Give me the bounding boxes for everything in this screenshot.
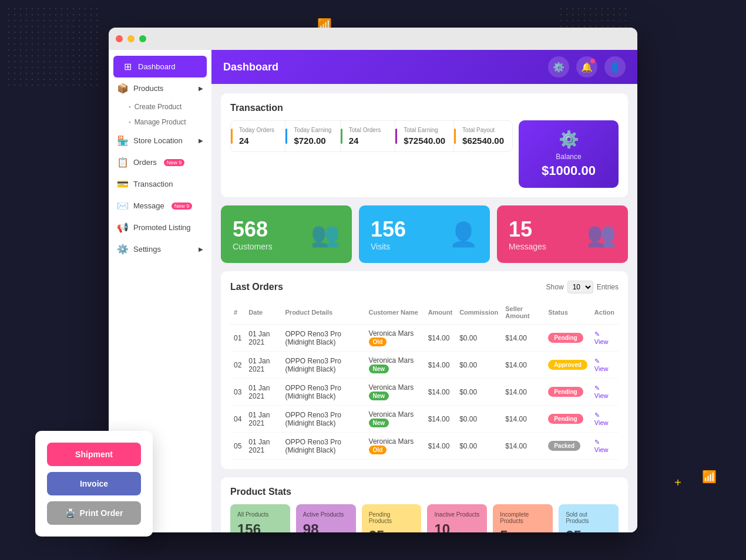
visits-info: 156 Visits xyxy=(371,217,406,251)
deco-waveform-bottom: 📶 xyxy=(702,470,717,484)
sidebar-label-store-location: Store Location xyxy=(133,136,183,145)
manage-product-label: Manage Product xyxy=(135,118,186,126)
print-order-button[interactable]: 🖨️ Print Order xyxy=(47,501,141,525)
store-location-icon: 🏪 xyxy=(117,135,129,146)
notifications-button[interactable]: 🔔 xyxy=(576,56,597,77)
col-status: Status xyxy=(545,301,591,325)
cell-seller-amount: $14.00 xyxy=(502,406,545,433)
cell-amount: $14.00 xyxy=(425,352,456,379)
cell-action[interactable]: ✎ View xyxy=(591,352,619,379)
cell-status: Packed xyxy=(545,433,591,460)
product-stat-card: All Products 156 xyxy=(230,504,290,532)
messages-card: 15 Messages 👥 xyxy=(497,205,628,263)
status-badge: Pending xyxy=(548,414,583,424)
summary-cards-row: 568 Customers 👥 156 Visits 👤 xyxy=(221,205,628,263)
cell-date: 01 Jan 2021 xyxy=(245,379,281,406)
orders-badge: New 9 xyxy=(164,159,185,166)
balance-label: Balance xyxy=(556,153,581,161)
table-row: 05 01 Jan 2021 OPPO Reno3 Pro (Midnight … xyxy=(230,433,619,460)
col-commission: Commission xyxy=(456,301,502,325)
cell-status: Pending xyxy=(545,325,591,352)
product-stats-grid: All Products 156 Active Products 98 Pend… xyxy=(230,504,619,532)
sidebar-label-message: Message xyxy=(133,201,164,210)
sidebar-item-dashboard[interactable]: ⊞ Dashboard xyxy=(113,56,207,77)
col-amount: Amount xyxy=(425,301,456,325)
maximize-button[interactable] xyxy=(139,35,146,42)
view-link[interactable]: ✎ View xyxy=(594,384,615,399)
sidebar-item-manage-product[interactable]: Manage Product xyxy=(109,114,211,130)
cell-date: 01 Jan 2021 xyxy=(245,325,281,352)
cell-num: 04 xyxy=(230,406,245,433)
sidebar-label-transaction: Transaction xyxy=(133,180,173,188)
invoice-button[interactable]: Invoice xyxy=(47,472,141,495)
deco-plus-2: + xyxy=(674,476,681,490)
cell-action[interactable]: ✎ View xyxy=(591,433,619,460)
minimize-button[interactable] xyxy=(127,35,135,42)
customer-badge: New xyxy=(369,392,389,400)
product-stats-section: Product Stats All Products 156 Active Pr… xyxy=(221,477,628,532)
orders-title: Last Orders xyxy=(230,282,546,292)
browser-content: ⊞ Dashboard 📦 Products ▶ Create Product … xyxy=(109,50,637,532)
status-badge: Pending xyxy=(548,387,583,397)
settings-topbar-button[interactable]: ⚙️ xyxy=(548,56,569,77)
prod-stat-label: All Products xyxy=(237,511,283,518)
show-entries: Show 10 25 50 Entries xyxy=(546,281,619,294)
balance-value: $1000.00 xyxy=(542,163,596,178)
col-seller-amount: Seller Amount xyxy=(502,301,545,325)
prod-stat-num: 156 xyxy=(237,521,283,532)
sidebar-item-store-location[interactable]: 🏪 Store Location ▶ xyxy=(109,130,211,151)
shipment-button[interactable]: Shipment xyxy=(47,443,141,466)
cell-customer: Veronica Mars New xyxy=(365,352,425,379)
view-link[interactable]: ✎ View xyxy=(594,357,615,372)
orders-tbody: 01 01 Jan 2021 OPPO Reno3 Pro (Midnight … xyxy=(230,325,619,460)
view-link[interactable]: ✎ View xyxy=(594,438,615,453)
cell-customer: Veronica Mars New xyxy=(365,379,425,406)
balance-card: ⚙️ Balance $1000.00 xyxy=(519,120,619,188)
sidebar-item-settings[interactable]: ⚙️ Settings ▶ xyxy=(109,238,211,260)
cell-action[interactable]: ✎ View xyxy=(591,379,619,406)
message-icon: ✉️ xyxy=(117,200,129,211)
cell-date: 01 Jan 2021 xyxy=(245,406,281,433)
prod-stat-num: 25 xyxy=(369,528,415,532)
transaction-stats-container: Today Orders 24 Today Earning $720.00 To… xyxy=(230,120,513,188)
settings-arrow: ▶ xyxy=(199,246,203,252)
customer-badge: New xyxy=(369,365,389,373)
cell-action[interactable]: ✎ View xyxy=(591,406,619,433)
stat-today-orders-value: 24 xyxy=(239,136,277,146)
message-badge: New 9 xyxy=(172,203,193,210)
stat-total-orders-label: Total Orders xyxy=(349,127,387,133)
cell-action[interactable]: ✎ View xyxy=(591,325,619,352)
view-link[interactable]: ✎ View xyxy=(594,411,615,426)
table-row: 04 01 Jan 2021 OPPO Reno3 Pro (Midnight … xyxy=(230,406,619,433)
sidebar-item-transaction[interactable]: 💳 Transaction xyxy=(109,173,211,195)
cell-status: Pending xyxy=(545,406,591,433)
stat-total-payout-value: $62540.00 xyxy=(462,136,504,146)
prod-stat-num: 25 xyxy=(566,528,611,532)
prod-stat-label: Pending Products xyxy=(369,511,415,524)
transaction-title: Transaction xyxy=(230,103,619,113)
promoted-listing-icon: 📢 xyxy=(117,222,129,233)
profile-button[interactable]: 👤 xyxy=(604,56,626,77)
prod-stat-num: 98 xyxy=(303,521,349,532)
cell-commission: $0.00 xyxy=(456,406,502,433)
view-link[interactable]: ✎ View xyxy=(594,330,615,345)
messages-icon: 👥 xyxy=(587,221,616,248)
last-orders-section: Last Orders Show 10 25 50 Entries xyxy=(221,271,628,469)
cell-amount: $14.00 xyxy=(425,433,456,460)
cell-amount: $14.00 xyxy=(425,379,456,406)
transaction-row: Today Orders 24 Today Earning $720.00 To… xyxy=(230,120,619,188)
orders-header: Last Orders Show 10 25 50 Entries xyxy=(230,281,619,294)
sidebar-item-create-product[interactable]: Create Product xyxy=(109,99,211,114)
sidebar-item-products[interactable]: 📦 Products ▶ xyxy=(109,77,211,99)
stat-today-earning: Today Earning $720.00 xyxy=(285,121,340,151)
cell-amount: $14.00 xyxy=(425,406,456,433)
entries-select[interactable]: 10 25 50 xyxy=(567,281,593,294)
customer-badge: Old xyxy=(369,446,387,454)
close-button[interactable] xyxy=(116,35,123,42)
sidebar-item-orders[interactable]: 📋 Orders New 9 xyxy=(109,151,211,173)
cell-commission: $0.00 xyxy=(456,433,502,460)
sidebar-item-message[interactable]: ✉️ Message New 9 xyxy=(109,195,211,217)
cell-product: OPPO Reno3 Pro (Midnight Black) xyxy=(282,379,365,406)
print-label: Print Order xyxy=(80,508,123,518)
sidebar-item-promoted-listing[interactable]: 📢 Promoted Listing xyxy=(109,217,211,238)
